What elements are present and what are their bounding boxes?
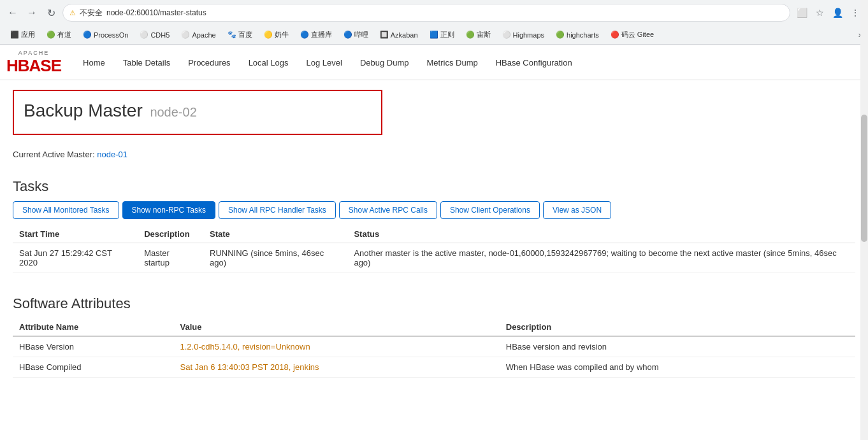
security-icon: ⚠: [69, 9, 76, 17]
bookmark-button[interactable]: ☆: [812, 5, 827, 20]
hbase-app: APACHE HBASE Home Table Details Procedur…: [0, 45, 868, 427]
bookmarks-bar: ⬛ 应用 🟢 有道 🔵 ProcessOn ⚪ CDH5 ⚪ Apache 🐾 …: [0, 25, 868, 45]
btn-show-all-monitored[interactable]: Show All Monitored Tasks: [13, 201, 119, 219]
nav-home[interactable]: Home: [74, 45, 114, 80]
address-bar[interactable]: ⚠ 不安全 node-02:60010/master-status: [62, 4, 790, 22]
attr-value-link-1[interactable]: Sat Jan 6 13:40:03 PST 2018, jenkins: [180, 362, 319, 372]
back-button[interactable]: ←: [5, 5, 20, 20]
nav-metrics-dump[interactable]: Metrics Dump: [418, 45, 487, 80]
backup-master-node: node-02: [150, 105, 196, 119]
security-label: 不安全: [80, 8, 103, 18]
software-attrs-table: Attribute Name Value Description HBase V…: [13, 318, 855, 378]
active-master-link[interactable]: node-01: [97, 150, 127, 159]
backup-master-box: Backup Master node-02: [13, 90, 382, 135]
bookmark-baidu[interactable]: 🐾 百度: [222, 28, 257, 41]
software-attrs-title: Software Attributes: [13, 286, 855, 318]
software-row-0: HBase Version 1.2.0-cdh5.14.0, revision=…: [13, 336, 855, 357]
attr-value-0: 1.2.0-cdh5.14.0, revision=Unknown: [173, 336, 499, 357]
bookmark-highmaps[interactable]: ⚪ Highmaps: [497, 29, 550, 41]
bookmark-cdh5[interactable]: ⚪ CDH5: [134, 29, 175, 41]
btn-show-active-rpc[interactable]: Show Active RPC Calls: [339, 201, 437, 219]
bookmark-processon[interactable]: 🔵 ProcessOn: [78, 29, 133, 41]
nav-debug-dump[interactable]: Debug Dump: [351, 45, 418, 80]
reload-button[interactable]: ↻: [43, 5, 59, 20]
bookmark-zhibo[interactable]: 🔵 直播库: [295, 28, 337, 41]
bookmark-highcharts[interactable]: 🟢 highcharts: [551, 29, 604, 41]
scrollbar[interactable]: [860, 0, 868, 427]
bookmark-niuniu[interactable]: 🟡 奶牛: [259, 28, 294, 41]
software-attributes: Software Attributes Attribute Name Value…: [13, 286, 855, 378]
task-status: Another master is the active master, nod…: [347, 243, 855, 273]
th-state: State: [203, 225, 347, 243]
bookmark-youdao[interactable]: 🟢 有道: [41, 28, 76, 41]
profile-button[interactable]: 👤: [830, 5, 845, 20]
bookmark-zhous[interactable]: 🟢 宙斯: [461, 28, 496, 41]
bookmark-bilibili[interactable]: 🔵 哔哩: [338, 28, 373, 41]
task-row-0: Sat Jun 27 15:29:42 CST 2020 Master star…: [13, 243, 855, 273]
logo-hbase-text: HBASE: [6, 56, 61, 76]
backup-master-title: Backup Master: [24, 101, 143, 120]
task-state: RUNNING (since 5mins, 46sec ago): [203, 243, 347, 273]
task-description: Master startup: [138, 243, 203, 273]
btn-show-client-ops[interactable]: Show Client Operations: [440, 201, 540, 219]
btn-show-non-rpc[interactable]: Show non-RPC Tasks: [122, 201, 216, 219]
current-active-master: Current Active Master: node-01: [13, 145, 855, 169]
tasks-table-header: Start Time Description State Status: [13, 225, 855, 243]
main-content: Backup Master node-02 Current Active Mas…: [0, 80, 868, 390]
th-attr-desc: Description: [500, 318, 855, 336]
th-attr-value: Value: [173, 318, 499, 336]
nav-log-level[interactable]: Log Level: [298, 45, 351, 80]
th-start-time: Start Time: [13, 225, 138, 243]
url-text: node-02:60010/master-status: [106, 8, 206, 17]
btn-show-all-rpc-handler[interactable]: Show All RPC Handler Tasks: [219, 201, 336, 219]
th-description: Description: [138, 225, 203, 243]
forward-button[interactable]: →: [24, 5, 40, 20]
nav-hbase-config[interactable]: HBase Configuration: [487, 45, 581, 80]
browser-toolbar: ← → ↻ ⚠ 不安全 node-02:60010/master-status …: [0, 0, 868, 25]
th-attr-name: Attribute Name: [13, 318, 173, 336]
nav-table-details[interactable]: Table Details: [114, 45, 179, 80]
bookmark-azkaban[interactable]: 🔲 Azkaban: [375, 29, 423, 41]
software-table-header: Attribute Name Value Description: [13, 318, 855, 336]
bookmark-gitee[interactable]: 🔴 码云 Gitee: [605, 28, 659, 41]
attr-value-1: Sat Jan 6 13:40:03 PST 2018, jenkins: [173, 357, 499, 378]
nav-local-logs[interactable]: Local Logs: [240, 45, 298, 80]
browser-chrome: ← → ↻ ⚠ 不安全 node-02:60010/master-status …: [0, 0, 868, 45]
tasks-title: Tasks: [13, 169, 855, 201]
attr-desc-0: HBase version and revision: [500, 336, 855, 357]
attr-value-link-0[interactable]: 1.2.0-cdh5.14.0, revision=Unknown: [180, 342, 310, 351]
cast-button[interactable]: ⬜: [794, 5, 809, 20]
th-status: Status: [347, 225, 855, 243]
browser-actions: ⬜ ☆ 👤 ⋮: [794, 5, 863, 20]
attr-name-0: HBase Version: [13, 336, 173, 357]
btn-view-json[interactable]: View as JSON: [543, 201, 611, 219]
scrollbar-thumb[interactable]: [861, 115, 867, 242]
nav-links: Home Table Details Procedures Local Logs…: [74, 45, 581, 80]
bookmark-apache[interactable]: ⚪ Apache: [176, 29, 221, 41]
tasks-table: Start Time Description State Status Sat …: [13, 225, 855, 273]
bookmark-apps[interactable]: ⬛ 应用: [5, 28, 40, 41]
task-start-time: Sat Jun 27 15:29:42 CST 2020: [13, 243, 138, 273]
software-row-1: HBase Compiled Sat Jan 6 13:40:03 PST 20…: [13, 357, 855, 378]
bookmark-zhengze[interactable]: 🟦 正则: [424, 28, 459, 41]
task-buttons: Show All Monitored Tasks Show non-RPC Ta…: [13, 201, 855, 219]
hbase-nav: APACHE HBASE Home Table Details Procedur…: [0, 45, 868, 80]
current-active-label: Current Active Master:: [13, 150, 95, 159]
nav-procedures[interactable]: Procedures: [179, 45, 239, 80]
logo-apache-text: APACHE: [18, 50, 49, 56]
attr-name-1: HBase Compiled: [13, 357, 173, 378]
hbase-logo[interactable]: APACHE HBASE: [6, 50, 61, 76]
attr-desc-1: When HBase was compiled and by whom: [500, 357, 855, 378]
